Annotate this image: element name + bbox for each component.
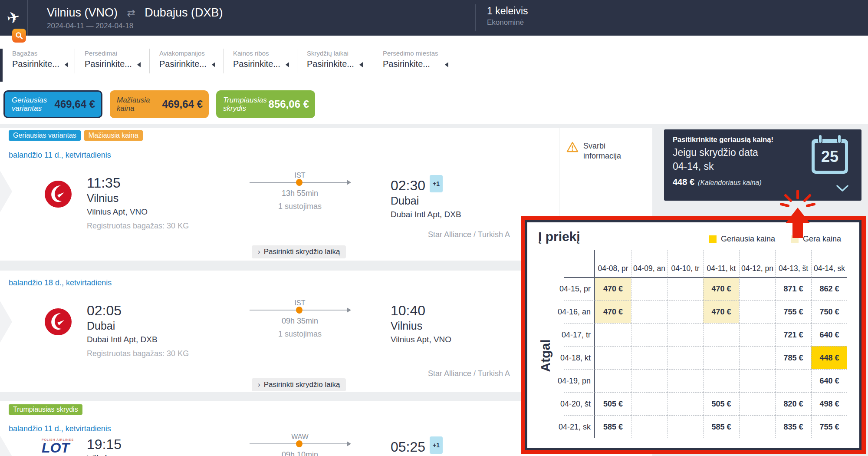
matrix-price-cell[interactable]: 585 € <box>703 415 739 438</box>
departure-time: 19:15 <box>87 436 122 452</box>
summary-buttons: Geriausias variantas 469,64 € Mažiausia … <box>3 90 315 118</box>
matrix-row-label: 04-17, tr <box>564 323 595 346</box>
matrix-price-cell[interactable]: 470 € <box>703 300 739 323</box>
arrival-time: 10:40 <box>391 303 451 318</box>
arrival-city: Vilnius <box>391 320 451 332</box>
matrix-price-cell[interactable]: 640 € <box>811 323 847 346</box>
matrix-price-cell[interactable]: 785 € <box>775 346 811 369</box>
flight-duration: 09h 10min <box>250 450 350 456</box>
stopover-code: IST <box>250 299 350 307</box>
matrix-row-label: 04-20, št <box>564 392 595 415</box>
flight-date-link[interactable]: balandžio 11 d., ketvirtadienis <box>9 424 111 433</box>
matrix-price-cell <box>703 323 739 346</box>
matrix-price-cell[interactable]: 640 € <box>811 369 847 392</box>
matrix-price-cell[interactable]: 835 € <box>775 415 811 438</box>
matrix-row-label: 04-18, kt <box>564 346 595 369</box>
stopover-dot-icon <box>296 307 302 314</box>
passenger-count: 1 keleivis <box>487 5 528 17</box>
price-calendar-teaser[interactable]: Pasitikrinkite geriausią kainą! Jeigu sk… <box>664 129 861 201</box>
matrix-price-cell <box>667 346 703 369</box>
collapse-arrow-icon <box>137 62 141 67</box>
matrix-col-header: 04-10, tr <box>667 250 703 277</box>
stops-count: 1 sustojimas <box>250 330 350 339</box>
alliance-info: Star Alliance / Turkish A <box>428 369 510 378</box>
arrival-time: 02:30+1 <box>391 175 461 193</box>
important-info-link[interactable]: Svarbi informacija <box>566 141 621 161</box>
stopover-code: IST <box>250 172 350 179</box>
legend-best-price-swatch <box>709 235 717 243</box>
best-option-button[interactable]: Geriausias variantas 469,64 € <box>3 90 102 118</box>
badge-shortest-flight: Trumpiausias skrydis <box>9 404 82 415</box>
matrix-price-cell[interactable]: 755 € <box>811 415 847 438</box>
plane-icon: ✈ <box>5 7 22 28</box>
departure-city: Dubai <box>87 320 189 332</box>
annotation-red-frame: Į priekį Geriausia kaina Gera kaina Atga… <box>521 216 866 454</box>
matrix-price-cell <box>739 323 775 346</box>
departure-time: 02:05 <box>87 303 189 318</box>
matrix-price-cell <box>739 346 775 369</box>
matrix-price-cell[interactable]: 862 € <box>811 277 847 300</box>
matrix-corner <box>564 250 595 277</box>
flight-date-link[interactable]: balandžio 18 d., ketvirtadienis <box>9 278 112 287</box>
matrix-price-cell[interactable]: 448 € <box>811 346 847 369</box>
flight-date-link[interactable]: balandžio 11 d., ketvirtadienis <box>9 151 111 160</box>
annotation-cursor-icon <box>776 190 819 239</box>
stopover-dot-icon <box>296 440 302 447</box>
matrix-title: Į priekį <box>538 229 580 244</box>
matrix-row-label: 04-15, pr <box>564 277 595 300</box>
collapse-arrow-icon <box>286 62 289 67</box>
passenger-summary: 1 keleivis Ekonominė <box>487 5 528 27</box>
price-matrix-panel: Į priekį Geriausia kaina Gera kaina Atga… <box>525 220 861 450</box>
calendar-day-number: 25 <box>815 143 845 171</box>
arrival-time: 05:25+1 <box>391 436 443 455</box>
matrix-price-cell[interactable]: 470 € <box>595 300 631 323</box>
matrix-price-cell[interactable]: 585 € <box>595 415 631 438</box>
matrix-price-cell <box>631 415 667 438</box>
matrix-price-cell[interactable]: 750 € <box>811 300 847 323</box>
matrix-price-cell[interactable]: 755 € <box>775 300 811 323</box>
matrix-price-cell[interactable]: 721 € <box>775 323 811 346</box>
filter-stops[interactable]: Persėdimai Pasirinkite... <box>75 49 149 73</box>
origin-city: Vilnius (VNO) <box>47 6 118 19</box>
matrix-price-cell <box>703 346 739 369</box>
baggage-info: Registruotas bagažas: 30 KG <box>87 349 189 358</box>
filter-price-range[interactable]: Kainos ribos Pasirinkite... <box>223 49 297 73</box>
select-flight-time-button[interactable]: Pasirinkti skrydžio laiką <box>252 245 346 258</box>
badge-best-option: Geriausias variantas <box>9 130 81 141</box>
matrix-price-cell <box>703 369 739 392</box>
filter-baggage[interactable]: Bagažas Pasirinkite... <box>3 49 75 73</box>
filter-airlines[interactable]: Aviakompanijos Pasirinkite... <box>149 49 223 73</box>
select-flight-time-button[interactable]: Pasirinkti skrydžio laiką <box>252 378 346 391</box>
matrix-row-label: 04-19, pn <box>564 369 595 392</box>
matrix-price-cell <box>667 415 703 438</box>
matrix-price-cell <box>739 415 775 438</box>
lowest-price-button[interactable]: Mažiausia kaina 469,64 € <box>110 90 209 118</box>
teaser-line1: Jeigu skrydžio data <box>673 147 758 159</box>
matrix-price-cell[interactable]: 505 € <box>703 392 739 415</box>
collapse-arrow-icon <box>212 62 215 67</box>
lot-airlines-logo: POLISH AIRLINES LOT <box>42 438 76 454</box>
matrix-price-cell[interactable]: 871 € <box>775 277 811 300</box>
filter-flight-times[interactable]: Skrydžių laikai Pasirinkite... <box>297 49 373 73</box>
matrix-price-cell[interactable]: 470 € <box>595 277 631 300</box>
chevron-down-icon[interactable] <box>836 185 849 192</box>
matrix-price-cell <box>667 392 703 415</box>
edit-search-button[interactable] <box>12 29 26 43</box>
travel-class: Ekonominė <box>487 18 528 27</box>
collapse-arrow-icon <box>359 62 363 67</box>
departure-city: Vilnius <box>87 192 189 205</box>
matrix-price-cell[interactable]: 820 € <box>775 392 811 415</box>
matrix-price-cell[interactable]: 470 € <box>703 277 739 300</box>
teaser-line2: 04-14, sk <box>673 161 714 172</box>
shortest-flight-button[interactable]: Trumpiausias skrydis 856,06 € <box>216 90 315 118</box>
calendar-icon: 25 <box>812 139 848 174</box>
matrix-col-header: 04-09, an <box>631 250 667 277</box>
collapse-arrow-icon <box>65 62 68 67</box>
alliance-info: Star Alliance / Turkish A <box>428 230 510 239</box>
swap-route-icon: ⇄ <box>127 7 135 19</box>
matrix-price-cell[interactable]: 505 € <box>595 392 631 415</box>
matrix-price-cell <box>667 323 703 346</box>
stopover-code: WAW <box>250 433 350 441</box>
matrix-price-cell[interactable]: 498 € <box>811 392 847 415</box>
filter-transfer-city[interactable]: Persėdimo miestas Pasirinkite... <box>373 49 464 73</box>
